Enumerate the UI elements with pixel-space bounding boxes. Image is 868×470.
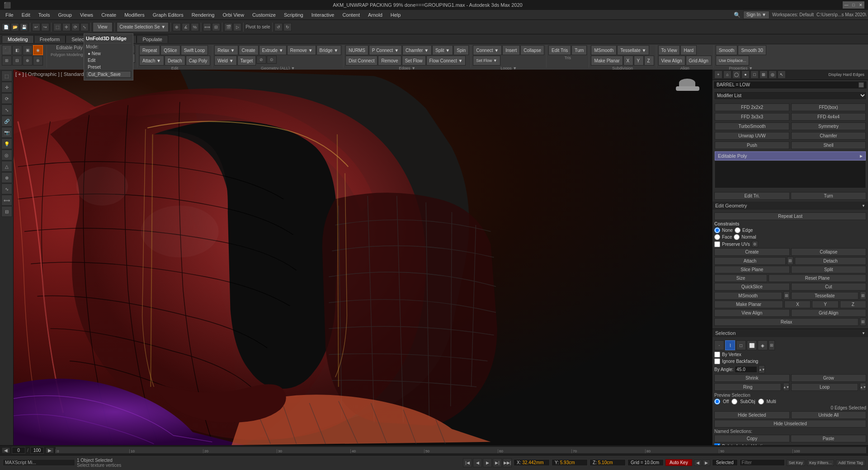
lt-align[interactable]: ⊟ xyxy=(1,206,12,217)
new-btn[interactable]: 📄 xyxy=(2,23,10,31)
set-flow2-btn[interactable]: Set Flow ▼ xyxy=(473,56,500,66)
paste-sel-btn[interactable]: Paste xyxy=(791,435,866,442)
timeline-track[interactable]: 0 10 20 30 40 50 60 70 80 90 100 xyxy=(56,447,866,453)
lt-rotate[interactable]: ⟳ xyxy=(1,93,12,104)
msmooth-tb-btn[interactable]: MSmooth xyxy=(591,45,617,55)
sel-element[interactable]: ◈ xyxy=(758,340,768,350)
connect-btn[interactable]: Connect ▼ xyxy=(473,45,502,55)
loops-label[interactable]: Loops ▼ xyxy=(473,66,544,70)
subobj-radio[interactable] xyxy=(731,399,737,404)
insert-btn[interactable]: Insert xyxy=(502,45,520,55)
mirror-btn[interactable]: ⟺ xyxy=(203,23,211,31)
rp-icon-box[interactable]: □ xyxy=(750,70,759,79)
loop-spin[interactable]: ▲▼ xyxy=(860,383,866,391)
turbosmooth-btn[interactable]: TurboSmooth xyxy=(715,122,789,130)
menu-modifiers[interactable]: Modifiers xyxy=(121,11,148,19)
relax-icon[interactable]: ⊞ xyxy=(860,318,866,326)
repeat-btn[interactable]: Repeat xyxy=(139,45,160,55)
menu-scripting[interactable]: Scripting xyxy=(280,11,307,19)
lt-target[interactable]: ◎ xyxy=(1,150,12,160)
dist-connect-btn[interactable]: Dist Connect xyxy=(345,56,377,66)
render-frame[interactable]: ▷ xyxy=(233,23,241,31)
detach-eg-btn[interactable]: Detach xyxy=(795,257,866,265)
play-btn[interactable]: ▶ xyxy=(483,458,492,467)
split-eg-btn[interactable]: Split xyxy=(791,266,867,273)
cap-poly-btn[interactable]: Cap Poly xyxy=(186,56,211,66)
sel-edge[interactable]: ⌇ xyxy=(725,340,735,350)
sel-border[interactable]: □ xyxy=(736,340,746,350)
menu-group[interactable]: Group xyxy=(54,11,75,19)
z-eg-btn[interactable]: Z xyxy=(840,301,866,308)
edit-tris-tb-btn[interactable]: Edit Tris xyxy=(548,45,571,55)
loop-sel-btn[interactable]: Loop xyxy=(791,383,858,391)
view-align-tb-btn[interactable]: View Align xyxy=(658,56,685,66)
make-planar-tb-btn[interactable]: Make Planar xyxy=(591,56,623,66)
msmooth-eg-btn[interactable]: MSmooth xyxy=(714,292,782,300)
lt-scale[interactable]: ⤡ xyxy=(1,104,12,115)
open-btn[interactable]: 📂 xyxy=(11,23,19,31)
menu-tools[interactable]: Tools xyxy=(35,11,54,19)
key-filters-btn[interactable]: Key Filters... xyxy=(807,460,834,466)
next-key-btn[interactable]: ▶ xyxy=(703,460,710,466)
menu-create[interactable]: Create xyxy=(98,11,120,19)
move-btn[interactable]: ✛ xyxy=(62,23,71,31)
ffd-2x2x2-btn[interactable]: FFD 2x2x2 xyxy=(715,103,789,111)
mode-new[interactable]: ● New xyxy=(86,50,131,57)
poly-icon8[interactable]: ⊗ xyxy=(33,56,43,66)
redo-btn[interactable]: ↪ xyxy=(41,23,49,31)
use-displace-tb-btn[interactable]: Use Displace... xyxy=(716,56,750,66)
minimize-btn[interactable]: — xyxy=(843,1,850,9)
lt-spacewarps[interactable]: ∿ xyxy=(1,183,12,194)
hide-selected-btn[interactable]: Hide Selected xyxy=(714,411,790,419)
repeat-last-btn[interactable]: Repeat Last xyxy=(714,212,866,220)
timeline-prev-btn[interactable]: ◀ xyxy=(2,447,10,453)
toggle2[interactable]: ↻ xyxy=(283,23,292,31)
menu-graph-editors[interactable]: Graph Editors xyxy=(149,11,187,19)
x-tb-btn[interactable]: X xyxy=(623,56,633,66)
menu-file[interactable]: File xyxy=(2,11,17,19)
auto-key-btn[interactable]: Auto Key xyxy=(665,459,692,466)
x-eg-btn[interactable]: X xyxy=(784,301,811,308)
attach-eg-btn[interactable]: Attach xyxy=(714,257,786,265)
turn-rp-btn[interactable]: Turn xyxy=(791,192,866,200)
lt-select[interactable]: ⬚ xyxy=(1,70,12,81)
undo-btn[interactable]: ↩ xyxy=(32,23,40,31)
remove2-btn[interactable]: Remove xyxy=(378,56,401,66)
nurms-btn[interactable]: NURMS xyxy=(345,45,368,55)
rp-icon-grid[interactable]: ⊞ xyxy=(760,70,768,79)
view-btn[interactable]: View xyxy=(93,22,113,32)
collapse-eg-btn[interactable]: Collapse xyxy=(791,248,867,256)
menu-customize[interactable]: Customize xyxy=(249,11,279,19)
turn-tb-btn[interactable]: Turn xyxy=(571,45,587,55)
spin-btn[interactable]: Spin xyxy=(453,45,469,55)
by-angle-input[interactable] xyxy=(735,366,757,373)
tab-freeform[interactable]: Freeform xyxy=(34,35,66,43)
grow-btn[interactable]: Grow xyxy=(791,374,867,382)
copy-sel-btn[interactable]: Copy xyxy=(714,435,790,442)
rp-icon-target[interactable]: ◎ xyxy=(769,70,777,79)
poly-icon1[interactable]: ⬛ xyxy=(2,45,12,55)
tessellate-eg-btn[interactable]: Tessellate xyxy=(791,292,859,300)
lt-link[interactable]: 🔗 xyxy=(1,116,12,127)
create-eg-btn[interactable]: Create xyxy=(714,248,790,256)
target-btn[interactable]: Target xyxy=(237,56,256,66)
angle-snap[interactable]: ∡ xyxy=(182,23,190,31)
view-align-eg-btn[interactable]: View Align xyxy=(714,309,790,317)
lt-helpers[interactable]: ⊕ xyxy=(1,172,12,183)
sel-vertex[interactable]: · xyxy=(714,340,724,350)
save-btn[interactable]: 💾 xyxy=(20,23,28,31)
quickslice-btn[interactable]: QuickSlice xyxy=(714,283,790,291)
sign-in-btn[interactable]: Sign In ▼ xyxy=(743,11,769,19)
search-filter-input[interactable] xyxy=(740,459,785,466)
close-btn[interactable]: ✕ xyxy=(857,1,864,9)
qslice-btn[interactable]: QSlice xyxy=(160,45,180,55)
menu-interactive[interactable]: Interactive xyxy=(308,11,338,19)
ffd-3x3x3-btn[interactable]: FFD 3x3x3 xyxy=(715,113,789,121)
timeline-end-input[interactable] xyxy=(30,447,44,454)
edge-btn2[interactable]: ⊙ xyxy=(267,56,277,64)
swift-loop-btn[interactable]: Swift Loop xyxy=(181,45,208,55)
snap-toggle[interactable]: ⊕ xyxy=(173,23,181,31)
sel-poly[interactable]: ⬜ xyxy=(747,340,757,350)
menu-content[interactable]: Content xyxy=(339,11,363,19)
ring-spin[interactable]: ▲▼ xyxy=(783,383,789,391)
